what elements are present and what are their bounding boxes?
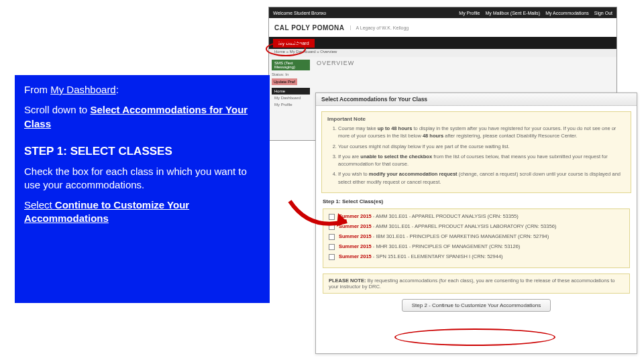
class-label: - IBM 301.E01 - PRINCIPLES OF MARKETING … [372, 233, 549, 239]
overview-heading: OVERVIEW [317, 60, 612, 66]
note-item-1: Course may take up to 48 hours to displa… [338, 125, 625, 140]
note-item-4: If you wish to modify your accommodation… [338, 170, 625, 186]
class-label: - SPN 151.E01 - ELEMENTARY SPANISH I (CR… [372, 253, 503, 259]
instruction-line-3: Check the box for each class in which yo… [24, 165, 260, 192]
class-row-4: Summer 2015 - MHR 301.E01 - PRINCIPLES O… [329, 243, 624, 250]
nav-accommodations[interactable]: My Accommodations [545, 11, 589, 15]
bg-topbar: Welcome Student Bronxo My Profile My Mai… [269, 7, 616, 18]
text: Select [24, 199, 55, 210]
welcome-text: Welcome Student Bronxo [273, 11, 326, 15]
select-accommodations-panel: Select Accommodations for Your Class Imp… [315, 93, 637, 354]
checkbox-class-3[interactable] [329, 234, 335, 240]
nav-mailbox[interactable]: My Mailbox (Sent E-Mails) [485, 11, 540, 15]
step1-title: Step 1: Select Class(es) [323, 198, 630, 204]
continue-button[interactable]: Step 2 - Continue to Customize Your Acco… [402, 299, 551, 312]
panel-title: Select Accommodations for Your Class [316, 93, 637, 106]
sms-widget: SMS (Text Messaging) [272, 60, 310, 70]
class-list: Summer 2015 - AMM 301.E01 - APPAREL PROD… [323, 208, 630, 268]
important-note-list: Course may take up to 48 hours to displa… [327, 125, 625, 186]
checkbox-class-2[interactable] [329, 224, 335, 230]
please-note-label: PLEASE NOTE: [329, 278, 366, 284]
text: From [24, 84, 50, 95]
class-row-5: Summer 2015 - SPN 151.E01 - ELEMENTARY S… [329, 253, 624, 260]
instruction-line-4: Select Continue to Customize Your Accomm… [24, 198, 260, 226]
bg-topnav: My Profile My Mailbox (Sent E-Mails) My … [459, 11, 612, 15]
instruction-line-1: From My Dashboard: [24, 83, 260, 97]
bg-sidebar: SMS (Text Messaging) Status: In Update P… [269, 57, 313, 111]
breadcrumb: Home » My Dashboard » Overview [269, 49, 616, 57]
sidebar-home[interactable]: Home [272, 88, 310, 95]
step-heading: STEP 1: SELECT CLASSES [24, 144, 260, 160]
note-item-3: If you are unable to select the checkbox… [338, 153, 625, 168]
checkbox-class-4[interactable] [329, 244, 335, 250]
class-row-1: Summer 2015 - AMM 301.E01 - APPAREL PROD… [329, 213, 624, 220]
bg-nav-strip: My Dashboard [269, 37, 616, 49]
important-note-title: Important Note [327, 116, 625, 122]
important-note-box: Important Note Course may take up to 48 … [321, 111, 631, 193]
bg-header: CAL POLY POMONA A Legacy of W.K. Kellogg [269, 18, 616, 37]
sms-status: Status: In [272, 72, 310, 76]
tab-my-dashboard[interactable]: My Dashboard [273, 39, 315, 48]
term-label: Summer 2015 [339, 223, 372, 229]
term-label: Summer 2015 [339, 213, 372, 219]
sidebar-dashboard[interactable]: My Dashboard [272, 95, 310, 101]
class-label: - MHR 301.E01 - PRINCIPLES OF MANAGEMENT… [372, 243, 521, 249]
class-label: - AMM 301.E01 - APPAREL PRODUCT ANALYSIS… [372, 213, 519, 219]
update-pref-button[interactable]: Update Pref [272, 78, 297, 85]
text: Scroll down to [24, 104, 90, 115]
text: : [116, 84, 119, 95]
instruction-panel: From My Dashboard: Scroll down to Select… [15, 75, 270, 303]
site-tagline: A Legacy of W.K. Kellogg [350, 25, 409, 30]
site-logo: CAL POLY POMONA [274, 24, 345, 32]
term-label: Summer 2015 [339, 233, 372, 239]
nav-profile[interactable]: My Profile [459, 11, 480, 15]
class-row-2: Summer 2015 - AMM 301L.E01 - APPAREL PRO… [329, 223, 624, 230]
please-note-box: PLEASE NOTE: By requesting accommodation… [323, 274, 630, 294]
please-note-text: By requesting accommodations (for each c… [329, 278, 614, 290]
checkbox-class-1[interactable] [329, 214, 335, 220]
instruction-line-2: Scroll down to Select Accommodations for… [24, 103, 260, 131]
class-label: - AMM 301L.E01 - APPAREL PRODUCT ANALYSI… [372, 223, 557, 229]
class-row-3: Summer 2015 - IBM 301.E01 - PRINCIPLES O… [329, 233, 624, 240]
checkbox-class-5[interactable] [329, 254, 335, 260]
sidebar-profile[interactable]: My Profile [272, 101, 310, 108]
term-label: Summer 2015 [339, 243, 372, 249]
note-item-2: Your courses might not display below if … [338, 143, 625, 150]
continue-button-wrap: Step 2 - Continue to Customize Your Acco… [316, 299, 637, 312]
term-label: Summer 2015 [339, 253, 372, 259]
text-underline: My Dashboard [50, 84, 116, 95]
nav-signout[interactable]: Sign Out [594, 11, 612, 15]
